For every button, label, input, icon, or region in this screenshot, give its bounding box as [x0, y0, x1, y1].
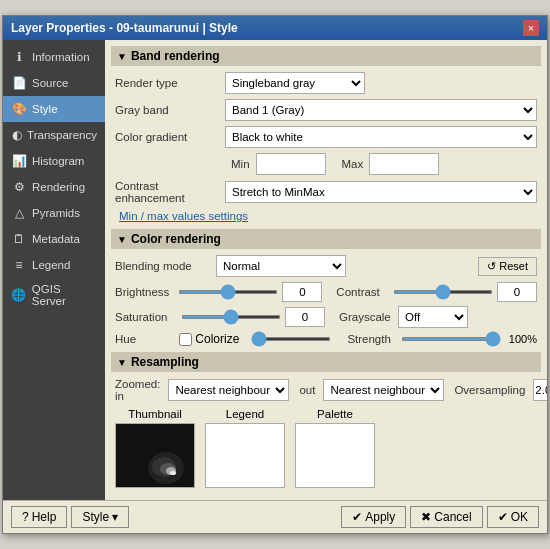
max-input[interactable]: 2787.39 — [369, 153, 439, 175]
render-type-label: Render type — [115, 77, 225, 89]
sidebar-item-label: Histogram — [32, 155, 84, 167]
palette-label: Palette — [317, 408, 353, 420]
gray-band-row: Gray band Band 1 (Gray) — [111, 99, 541, 121]
sidebar-item-metadata[interactable]: 🗒 Metadata — [3, 226, 105, 252]
sidebar-item-label: Metadata — [32, 233, 80, 245]
style-icon: 🎨 — [11, 101, 27, 117]
color-rendering-header: ▼ Color rendering — [111, 229, 541, 249]
thumbnails-row: Thumbnail Legend — [111, 408, 541, 488]
sidebar-item-style[interactable]: 🎨 Style — [3, 96, 105, 122]
color-gradient-select[interactable]: Black to white — [225, 126, 537, 148]
contrast-slider[interactable] — [393, 290, 493, 294]
brightness-label: Brightness — [115, 286, 174, 298]
sidebar-item-label: Rendering — [32, 181, 85, 193]
strength-slider[interactable] — [401, 337, 501, 341]
blending-mode-row: Blending mode Normal ↺ Reset — [111, 255, 541, 277]
help-button[interactable]: ? Help — [11, 506, 67, 528]
band-rendering-title: Band rendering — [131, 49, 220, 63]
saturation-row: Saturation 0 Grayscale Off — [111, 306, 541, 328]
information-icon: ℹ — [11, 49, 27, 65]
sidebar-item-label: Style — [32, 103, 58, 115]
resampling-title: Resampling — [131, 355, 199, 369]
color-rendering-arrow: ▼ — [117, 234, 127, 245]
resampling-arrow: ▼ — [117, 357, 127, 368]
hue-slider[interactable] — [251, 337, 331, 341]
contrast-enhancement-label: Contrast enhancement — [115, 180, 225, 204]
render-type-select[interactable]: Singleband gray — [225, 72, 365, 94]
sidebar-item-histogram[interactable]: 📊 Histogram — [3, 148, 105, 174]
close-button[interactable]: × — [523, 20, 539, 36]
render-type-row: Render type Singleband gray — [111, 72, 541, 94]
oversampling-label: Oversampling — [454, 384, 525, 396]
band-rendering-header: ▼ Band rendering — [111, 46, 541, 66]
colorize-checkbox[interactable] — [179, 333, 192, 346]
reset-button[interactable]: ↺ Reset — [478, 257, 537, 276]
sidebar-item-qgis-server[interactable]: 🌐 QGIS Server — [3, 278, 105, 312]
colorize-label: Colorize — [195, 332, 239, 346]
resampling-header: ▼ Resampling — [111, 352, 541, 372]
legend-icon: ≡ — [11, 257, 27, 273]
sidebar-item-rendering[interactable]: ⚙ Rendering — [3, 174, 105, 200]
histogram-icon: 📊 — [11, 153, 27, 169]
sidebar-item-label: Pyramids — [32, 207, 80, 219]
sidebar-item-information[interactable]: ℹ Information — [3, 44, 105, 70]
hue-label: Hue — [115, 333, 173, 345]
blend-left: Blending mode Normal — [115, 255, 346, 277]
legend-canvas — [205, 423, 285, 488]
sidebar-item-source[interactable]: 📄 Source — [3, 70, 105, 96]
thumbnail-label: Thumbnail — [128, 408, 182, 420]
zoomed-out-select[interactable]: Nearest neighbour — [323, 379, 444, 401]
title-bar: Layer Properties - 09-taumarunui | Style… — [3, 16, 547, 40]
legend-label: Legend — [226, 408, 264, 420]
cancel-button[interactable]: ✖ Cancel — [410, 506, 482, 528]
style-button[interactable]: Style ▾ — [71, 506, 129, 528]
brightness-slider[interactable] — [178, 290, 278, 294]
zoomed-in-label: Zoomed: in — [115, 378, 160, 402]
brightness-row: Brightness 0 Contrast 0 — [111, 282, 541, 302]
sidebar-item-legend[interactable]: ≡ Legend — [3, 252, 105, 278]
oversampling-input[interactable]: 2.00 — [533, 379, 547, 401]
apply-icon: ✔ — [352, 510, 362, 524]
grayscale-label: Grayscale — [339, 311, 394, 323]
hue-row: Hue Colorize Strength 100% — [111, 332, 541, 346]
zoomed-out-label: out — [299, 384, 315, 396]
max-label: Max — [342, 158, 364, 170]
blending-mode-select[interactable]: Normal — [216, 255, 346, 277]
palette-box: Palette — [295, 408, 375, 488]
legend-box: Legend — [205, 408, 285, 488]
min-input[interactable]: 599.351 — [256, 153, 326, 175]
sidebar-item-pyramids[interactable]: △ Pyramids — [3, 200, 105, 226]
color-rendering-title: Color rendering — [131, 232, 221, 246]
sidebar-item-label: Legend — [32, 259, 70, 271]
cancel-icon: ✖ — [421, 510, 431, 524]
palette-canvas — [295, 423, 375, 488]
style-dropdown-icon: ▾ — [112, 510, 118, 524]
saturation-input[interactable]: 0 — [285, 307, 325, 327]
saturation-label: Saturation — [115, 311, 177, 323]
gray-band-select[interactable]: Band 1 (Gray) — [225, 99, 537, 121]
grayscale-select[interactable]: Off — [398, 306, 468, 328]
gray-band-label: Gray band — [115, 104, 225, 116]
sidebar-item-label: Source — [32, 77, 68, 89]
sidebar-item-label: Transparency — [27, 129, 97, 141]
transparency-icon: ◐ — [11, 127, 22, 143]
zoomed-in-select[interactable]: Nearest neighbour — [168, 379, 289, 401]
bottom-right: ✔ Apply ✖ Cancel ✔ OK — [341, 506, 539, 528]
contrast-enhancement-select[interactable]: Stretch to MinMax — [225, 181, 537, 203]
apply-button[interactable]: ✔ Apply — [341, 506, 406, 528]
blending-label: Blending mode — [115, 260, 210, 272]
thumbnail-box: Thumbnail — [115, 408, 195, 488]
ok-icon: ✔ — [498, 510, 508, 524]
metadata-icon: 🗒 — [11, 231, 27, 247]
bottom-bar: ? Help Style ▾ ✔ Apply ✖ Cancel ✔ OK — [3, 500, 547, 533]
sidebar: ℹ Information 📄 Source 🎨 Style ◐ Transpa… — [3, 40, 105, 500]
contrast-input[interactable]: 0 — [497, 282, 537, 302]
help-icon: ? — [22, 510, 29, 524]
sidebar-item-transparency[interactable]: ◐ Transparency — [3, 122, 105, 148]
brightness-input[interactable]: 0 — [282, 282, 322, 302]
minmax-settings-link[interactable]: Min / max values settings — [119, 210, 248, 222]
saturation-slider[interactable] — [181, 315, 281, 319]
layer-properties-dialog: Layer Properties - 09-taumarunui | Style… — [2, 15, 548, 534]
dialog-title: Layer Properties - 09-taumarunui | Style — [11, 21, 238, 35]
ok-button[interactable]: ✔ OK — [487, 506, 539, 528]
